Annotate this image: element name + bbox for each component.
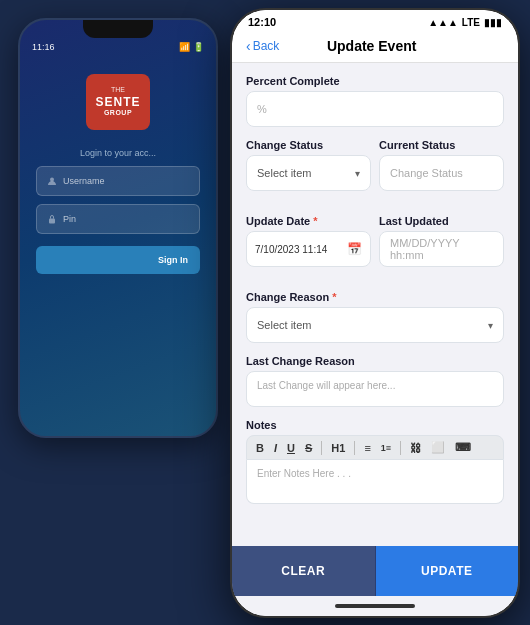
last-change-reason-group: Last Change Reason Last Change will appe…: [246, 355, 504, 407]
strikethrough-button[interactable]: S: [302, 441, 315, 455]
change-reason-select[interactable]: Select item ▾: [246, 307, 504, 343]
tagline: Login to your acc...: [20, 148, 216, 158]
home-indicator: [232, 596, 518, 616]
svg-point-0: [50, 178, 54, 182]
company-logo: THE SENTE GROUP: [86, 74, 150, 130]
notes-input[interactable]: Enter Notes Here . . .: [246, 460, 504, 504]
status-bar-back: 11:16 📶 🔋: [20, 38, 216, 54]
battery-icon: ▮▮▮: [484, 17, 502, 28]
change-reason-chevron-icon: ▾: [488, 320, 493, 331]
change-reason-label: Change Reason *: [246, 291, 504, 303]
last-updated-input: MM/DD/YYYY hh:mm: [379, 231, 504, 267]
keyboard-button[interactable]: ⌨: [452, 440, 474, 455]
last-change-reason-display: Last Change will appear here...: [246, 371, 504, 407]
update-date-label: Update Date *: [246, 215, 371, 227]
back-label: Back: [253, 39, 280, 53]
icons-back: 📶 🔋: [179, 42, 204, 52]
change-reason-group: Change Reason * Select item ▾: [246, 291, 504, 343]
phone-background: 11:16 📶 🔋 THE SENTE GROUP Login to your …: [18, 18, 218, 438]
change-reason-placeholder: Select item: [257, 319, 311, 331]
notes-label: Notes: [246, 419, 504, 431]
bottom-action-bar: CLEAR UPDATE: [232, 546, 518, 596]
clear-button[interactable]: CLEAR: [232, 546, 376, 596]
required-marker: *: [313, 215, 317, 227]
percent-placeholder: %: [257, 103, 267, 115]
current-status-placeholder: Change Status: [390, 167, 463, 179]
back-button[interactable]: ‹ Back: [246, 38, 279, 54]
phone-main: 12:10 ▲▲▲ LTE ▮▮▮ ‹ Back Update Event Pe…: [230, 8, 520, 618]
update-button[interactable]: UPDATE: [376, 546, 519, 596]
signin-button[interactable]: Sign In: [36, 246, 200, 274]
last-change-reason-placeholder: Last Change will appear here...: [257, 380, 395, 391]
last-updated-label: Last Updated: [379, 215, 504, 227]
toolbar-divider-3: [400, 441, 401, 455]
notes-toolbar: B I U S H1 ≡ 1≡ ⛓ ⬜ ⌨: [246, 435, 504, 460]
change-reason-required: *: [332, 291, 336, 303]
underline-button[interactable]: U: [284, 441, 298, 455]
notes-group: Notes B I U S H1 ≡ 1≡ ⛓ ⬜ ⌨ En: [246, 419, 504, 504]
last-updated-placeholder: MM/DD/YYYY hh:mm: [390, 237, 493, 261]
chevron-down-icon: ▾: [355, 168, 360, 179]
logo-area: THE SENTE GROUP: [20, 74, 216, 130]
toolbar-divider-1: [321, 441, 322, 455]
time-display: 12:10: [248, 16, 276, 28]
notes-placeholder: Enter Notes Here . . .: [257, 468, 351, 479]
calendar-icon: 📅: [347, 242, 362, 256]
last-change-reason-label: Last Change Reason: [246, 355, 504, 367]
change-status-label: Change Status: [246, 139, 371, 151]
change-status-select[interactable]: Select item ▾: [246, 155, 371, 191]
back-chevron-icon: ‹: [246, 38, 251, 54]
update-date-input[interactable]: 7/10/2023 11:14 📅: [246, 231, 371, 267]
status-icons: ▲▲▲ LTE ▮▮▮: [428, 17, 502, 28]
network-label: LTE: [462, 17, 480, 28]
update-date-value: 7/10/2023 11:14: [255, 244, 327, 255]
nav-bar: ‹ Back Update Event: [232, 32, 518, 63]
home-bar: [335, 604, 415, 608]
status-bar: 12:10 ▲▲▲ LTE ▮▮▮: [232, 10, 518, 32]
last-updated-group: Last Updated MM/DD/YYYY hh:mm: [379, 215, 504, 267]
status-row: Change Status Select item ▾ Current Stat…: [246, 139, 504, 203]
heading-button[interactable]: H1: [328, 441, 348, 455]
percent-complete-input[interactable]: %: [246, 91, 504, 127]
notch: [83, 20, 153, 38]
svg-rect-1: [49, 219, 55, 224]
current-status-group: Current Status Change Status: [379, 139, 504, 191]
unordered-list-button[interactable]: ≡: [361, 441, 373, 455]
current-status-input: Change Status: [379, 155, 504, 191]
pin-field[interactable]: Pin: [36, 204, 200, 234]
ordered-list-button[interactable]: 1≡: [378, 442, 394, 454]
form-scroll[interactable]: Percent Complete % Change Status Select …: [232, 63, 518, 546]
date-row: Update Date * 7/10/2023 11:14 📅 Last Upd…: [246, 215, 504, 279]
username-field[interactable]: Username: [36, 166, 200, 196]
percent-complete-group: Percent Complete %: [246, 75, 504, 127]
bold-button[interactable]: B: [253, 441, 267, 455]
image-button[interactable]: ⬜: [428, 440, 448, 455]
page-title: Update Event: [279, 38, 464, 54]
change-status-group: Change Status Select item ▾: [246, 139, 371, 191]
link-button[interactable]: ⛓: [407, 441, 424, 455]
update-date-group: Update Date * 7/10/2023 11:14 📅: [246, 215, 371, 267]
italic-button[interactable]: I: [271, 441, 280, 455]
time-back: 11:16: [32, 42, 55, 52]
phone-screen: 12:10 ▲▲▲ LTE ▮▮▮ ‹ Back Update Event Pe…: [232, 10, 518, 616]
change-status-placeholder: Select item: [257, 167, 311, 179]
toolbar-divider-2: [354, 441, 355, 455]
signal-icon: ▲▲▲: [428, 17, 458, 28]
current-status-label: Current Status: [379, 139, 504, 151]
percent-complete-label: Percent Complete: [246, 75, 504, 87]
